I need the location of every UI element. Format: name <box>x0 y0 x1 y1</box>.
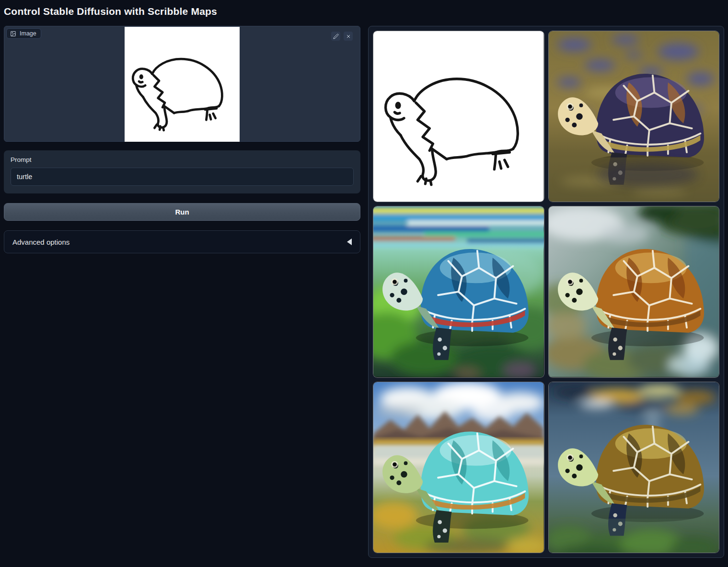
x-icon <box>346 34 351 39</box>
clear-button[interactable] <box>344 32 353 41</box>
result-gallery <box>368 26 724 558</box>
generated-turtle-image <box>373 206 544 377</box>
advanced-options-accordion[interactable]: Advanced options <box>4 230 360 253</box>
generated-turtle-image <box>549 31 719 202</box>
gallery-item[interactable] <box>373 382 544 553</box>
run-button[interactable]: Run <box>4 203 360 221</box>
prompt-label: Prompt <box>11 156 354 163</box>
edit-button[interactable] <box>331 32 340 41</box>
page-title: Control Stable Diffusion with Scribble M… <box>4 6 724 17</box>
prompt-block: Prompt <box>4 150 360 193</box>
gallery-item[interactable] <box>373 31 544 202</box>
image-icon <box>10 31 16 37</box>
scribble-drawing <box>125 27 240 142</box>
gallery-item[interactable] <box>548 31 720 202</box>
triangle-left-icon <box>347 238 352 245</box>
generated-turtle-image <box>549 206 719 377</box>
gallery-item[interactable] <box>548 206 720 377</box>
output-column <box>368 26 724 558</box>
controls-column: Image <box>4 26 360 253</box>
generated-turtle-image <box>373 382 544 553</box>
generated-turtle-image <box>549 382 719 553</box>
gallery-item[interactable] <box>373 206 544 377</box>
image-label: Image <box>6 28 41 39</box>
prompt-input[interactable] <box>11 168 354 186</box>
scribble-thumbnail <box>373 31 544 202</box>
image-label-text: Image <box>20 30 36 37</box>
advanced-options-label: Advanced options <box>12 238 69 246</box>
image-toolbar <box>331 32 353 41</box>
image-input-block: Image <box>4 26 360 142</box>
app-root: Image <box>0 26 728 558</box>
gallery-item[interactable] <box>548 382 720 553</box>
pencil-icon <box>333 34 339 39</box>
scribble-input-image[interactable] <box>125 27 240 142</box>
